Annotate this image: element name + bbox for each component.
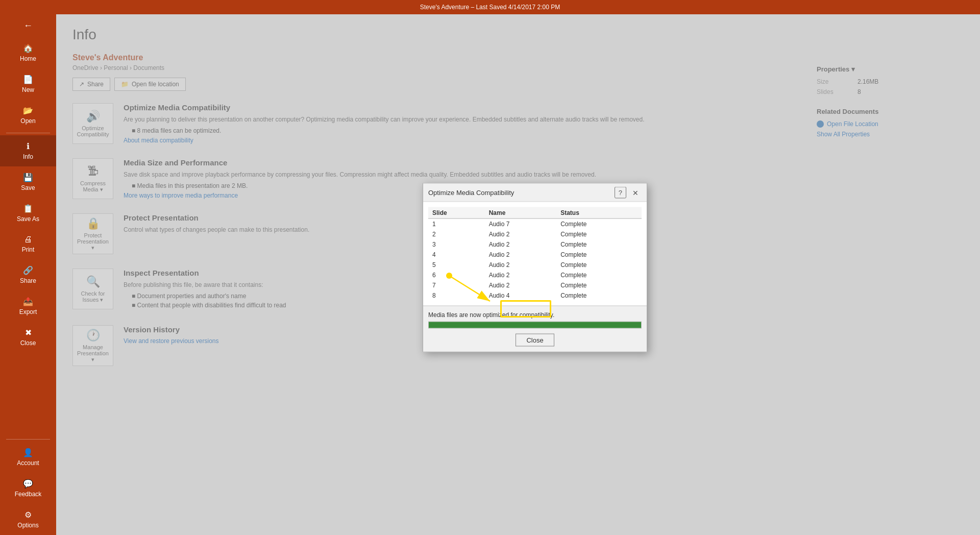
table-row: 2Audio 2Complete	[428, 229, 642, 239]
cell-slide: 5	[428, 260, 485, 270]
cell-status: Complete	[556, 229, 642, 239]
sidebar-item-close-label: Close	[20, 339, 36, 347]
cell-name: Audio 2	[485, 239, 556, 250]
dialog-x-button[interactable]: ✕	[629, 187, 642, 198]
cell-slide: 6	[428, 270, 485, 280]
cell-status: Complete	[556, 270, 642, 280]
status-text: Media files are now optimized for compat…	[428, 311, 642, 319]
back-button[interactable]: ←	[0, 14, 56, 37]
sidebar-item-share-label: Share	[20, 277, 36, 284]
table-row: 6Audio 2Complete	[428, 270, 642, 280]
sidebar-item-share[interactable]: 🔗 Share	[0, 259, 56, 290]
dialog-title: Optimize Media Compatibility	[428, 189, 514, 197]
save-icon: 💾	[23, 173, 33, 182]
cell-name: Audio 2	[485, 250, 556, 260]
save-as-icon: 📋	[23, 204, 33, 213]
table-row: 7Audio 2Complete	[428, 280, 642, 290]
sidebar-item-close[interactable]: ✖ Close	[0, 322, 56, 353]
account-icon: 👤	[23, 448, 33, 457]
share-icon: 🔗	[23, 265, 33, 275]
sidebar-item-feedback-label: Feedback	[15, 491, 42, 498]
options-icon: ⚙	[24, 510, 32, 520]
new-icon: 📄	[23, 75, 33, 84]
sidebar-item-open-label: Open	[20, 117, 35, 125]
export-icon: 📤	[23, 297, 33, 306]
feedback-icon: 💬	[23, 479, 33, 489]
sidebar-item-print-label: Print	[22, 246, 35, 253]
sidebar-item-info[interactable]: ℹ Info	[0, 135, 56, 166]
sidebar-nav: 🏠 Home 📄 New 📂 Open ℹ Info 💾 Save 📋 Save…	[0, 37, 56, 437]
optimize-dialog: Optimize Media Compatibility ? ✕ Slide N…	[423, 183, 647, 352]
table-row: 3Audio 2Complete	[428, 239, 642, 250]
sidebar-item-new[interactable]: 📄 New	[0, 68, 56, 100]
col-status: Status	[556, 207, 642, 219]
print-icon: 🖨	[24, 235, 32, 244]
cell-status: Complete	[556, 250, 642, 260]
sidebar-item-export-label: Export	[19, 308, 37, 315]
dialog-title-bar: Optimize Media Compatibility ? ✕	[423, 184, 647, 202]
sidebar-item-print[interactable]: 🖨 Print	[0, 229, 56, 259]
table-row: 5Audio 2Complete	[428, 260, 642, 270]
sidebar-item-save-as-label: Save As	[17, 215, 39, 223]
sidebar-bottom: 👤 Account 💬 Feedback ⚙ Options	[0, 437, 56, 535]
cell-name: Audio 7	[485, 218, 556, 229]
title-bar-text: Steve's Adventure – Last Saved 4/14/2017…	[420, 4, 560, 11]
cell-name: Audio 2	[485, 229, 556, 239]
sidebar-item-info-label: Info	[23, 153, 33, 160]
close-nav-icon: ✖	[25, 328, 32, 337]
sidebar-divider-1	[6, 133, 50, 133]
cell-status: Complete	[556, 218, 642, 229]
sidebar-item-new-label: New	[22, 86, 34, 93]
sidebar-item-options[interactable]: ⚙ Options	[0, 504, 56, 535]
cell-status: Complete	[556, 260, 642, 270]
progress-bar	[429, 322, 641, 328]
open-icon: 📂	[23, 106, 33, 115]
sidebar-divider-2	[6, 439, 50, 440]
cell-slide: 4	[428, 250, 485, 260]
cell-slide: 2	[428, 229, 485, 239]
cell-status: Complete	[556, 290, 642, 301]
table-row: 8Audio 4Complete	[428, 290, 642, 301]
sidebar-item-account-label: Account	[17, 459, 39, 467]
dialog-close-button[interactable]: Close	[516, 334, 554, 347]
cell-slide: 8	[428, 290, 485, 301]
col-name: Name	[485, 207, 556, 219]
cell-name: Audio 2	[485, 270, 556, 280]
sidebar-item-home-label: Home	[20, 55, 36, 62]
progress-bar-container	[428, 322, 642, 329]
cell-slide: 3	[428, 239, 485, 250]
cell-status: Complete	[556, 239, 642, 250]
home-icon: 🏠	[23, 43, 33, 53]
table-row: 4Audio 2Complete	[428, 250, 642, 260]
sidebar-item-account[interactable]: 👤 Account	[0, 442, 56, 473]
dialog-footer: Media files are now optimized for compat…	[423, 306, 647, 352]
cell-name: Audio 4	[485, 290, 556, 301]
title-bar: Steve's Adventure – Last Saved 4/14/2017…	[0, 0, 980, 14]
sidebar-item-save-as[interactable]: 📋 Save As	[0, 198, 56, 229]
cell-slide: 1	[428, 218, 485, 229]
dialog-help-button[interactable]: ?	[615, 187, 626, 199]
sidebar-item-open[interactable]: 📂 Open	[0, 100, 56, 131]
cell-name: Audio 2	[485, 260, 556, 270]
table-body: 1Audio 7Complete2Audio 2Complete3Audio 2…	[428, 218, 642, 301]
dialog-actions: Close	[428, 334, 642, 347]
sidebar-item-save[interactable]: 💾 Save	[0, 166, 56, 198]
sidebar-item-save-label: Save	[21, 184, 35, 191]
dialog-controls: ? ✕	[615, 187, 642, 199]
back-icon: ←	[23, 20, 33, 31]
media-table: Slide Name Status 1Audio 7Complete2Audio…	[428, 207, 642, 301]
cell-status: Complete	[556, 280, 642, 290]
sidebar-item-feedback[interactable]: 💬 Feedback	[0, 473, 56, 504]
table-row: 1Audio 7Complete	[428, 218, 642, 229]
col-slide: Slide	[428, 207, 485, 219]
sidebar-item-home[interactable]: 🏠 Home	[0, 37, 56, 68]
dialog-body: Slide Name Status 1Audio 7Complete2Audio…	[423, 202, 647, 306]
table-header-row: Slide Name Status	[428, 207, 642, 219]
cell-name: Audio 2	[485, 280, 556, 290]
sidebar-item-options-label: Options	[17, 522, 38, 529]
sidebar: ← 🏠 Home 📄 New 📂 Open ℹ Info 💾 Save 📋 Sa…	[0, 14, 56, 535]
sidebar-item-export[interactable]: 📤 Export	[0, 290, 56, 322]
cell-slide: 7	[428, 280, 485, 290]
info-icon: ℹ	[27, 141, 30, 151]
